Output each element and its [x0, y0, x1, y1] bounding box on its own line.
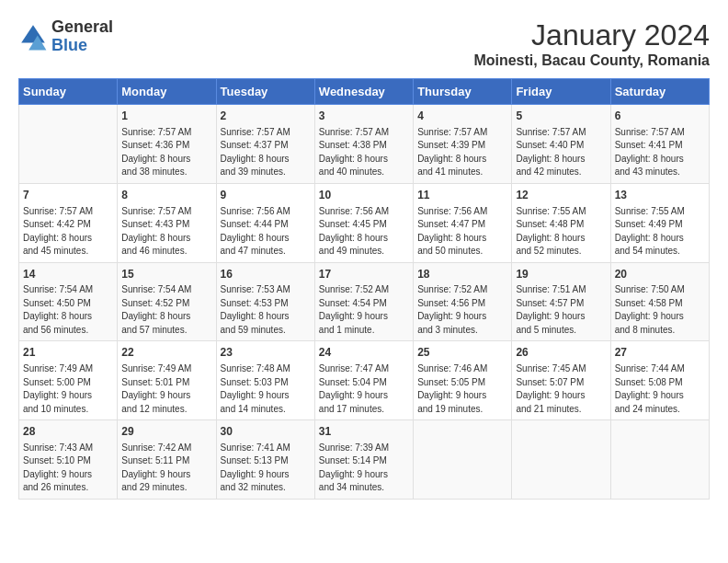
calendar-cell: 11Sunrise: 7:56 AM Sunset: 4:47 PM Dayli…	[414, 183, 512, 262]
calendar-cell: 24Sunrise: 7:47 AM Sunset: 5:04 PM Dayli…	[314, 341, 413, 420]
day-info: Sunrise: 7:51 AM Sunset: 4:57 PM Dayligh…	[516, 283, 606, 337]
day-number: 18	[417, 267, 507, 282]
calendar-cell: 9Sunrise: 7:56 AM Sunset: 4:44 PM Daylig…	[216, 183, 314, 262]
day-info: Sunrise: 7:57 AM Sunset: 4:36 PM Dayligh…	[121, 126, 211, 179]
calendar-cell: 22Sunrise: 7:49 AM Sunset: 5:01 PM Dayli…	[118, 341, 216, 420]
day-number: 20	[615, 267, 705, 282]
day-info: Sunrise: 7:54 AM Sunset: 4:52 PM Dayligh…	[121, 283, 211, 337]
day-info: Sunrise: 7:52 AM Sunset: 4:56 PM Dayligh…	[417, 283, 507, 337]
day-number: 11	[417, 188, 507, 203]
day-number: 25	[417, 345, 507, 361]
header-cell-wednesday: Wednesday	[314, 79, 413, 105]
day-info: Sunrise: 7:56 AM Sunset: 4:45 PM Dayligh…	[319, 205, 409, 259]
calendar-body: 1Sunrise: 7:57 AM Sunset: 4:36 PM Daylig…	[19, 105, 710, 500]
calendar-week-row: 14Sunrise: 7:54 AM Sunset: 4:50 PM Dayli…	[19, 262, 710, 341]
day-number: 24	[319, 345, 409, 361]
calendar-week-row: 1Sunrise: 7:57 AM Sunset: 4:36 PM Daylig…	[19, 105, 710, 184]
calendar-cell: 25Sunrise: 7:46 AM Sunset: 5:05 PM Dayli…	[414, 341, 512, 420]
day-number: 15	[121, 267, 211, 282]
day-info: Sunrise: 7:57 AM Sunset: 4:40 PM Dayligh…	[516, 126, 606, 179]
day-number: 31	[319, 424, 409, 440]
day-info: Sunrise: 7:39 AM Sunset: 5:14 PM Dayligh…	[319, 442, 409, 495]
calendar-cell: 5Sunrise: 7:57 AM Sunset: 4:40 PM Daylig…	[512, 105, 610, 184]
header-cell-thursday: Thursday	[414, 79, 512, 105]
calendar-cell: 13Sunrise: 7:55 AM Sunset: 4:49 PM Dayli…	[610, 183, 709, 262]
day-number: 16	[221, 267, 311, 282]
calendar-cell	[610, 420, 709, 500]
day-number: 27	[615, 345, 705, 361]
calendar-cell: 29Sunrise: 7:42 AM Sunset: 5:11 PM Dayli…	[118, 420, 216, 500]
calendar-cell: 10Sunrise: 7:56 AM Sunset: 4:45 PM Dayli…	[314, 183, 413, 262]
calendar-cell: 15Sunrise: 7:54 AM Sunset: 4:52 PM Dayli…	[118, 262, 216, 341]
day-number: 3	[319, 109, 409, 124]
calendar-cell: 17Sunrise: 7:52 AM Sunset: 4:54 PM Dayli…	[314, 262, 413, 341]
day-info: Sunrise: 7:50 AM Sunset: 4:58 PM Dayligh…	[615, 283, 705, 337]
calendar-cell: 23Sunrise: 7:48 AM Sunset: 5:03 PM Dayli…	[216, 341, 314, 420]
day-info: Sunrise: 7:42 AM Sunset: 5:11 PM Dayligh…	[121, 442, 211, 495]
header-cell-monday: Monday	[118, 79, 216, 105]
day-number: 30	[221, 424, 311, 440]
calendar-cell: 6Sunrise: 7:57 AM Sunset: 4:41 PM Daylig…	[610, 105, 709, 184]
calendar-cell: 26Sunrise: 7:45 AM Sunset: 5:07 PM Dayli…	[512, 341, 610, 420]
header-row: SundayMondayTuesdayWednesdayThursdayFrid…	[19, 79, 710, 105]
logo: General Blue	[18, 18, 113, 55]
day-number: 9	[221, 188, 311, 203]
calendar-cell	[414, 420, 512, 500]
calendar-week-row: 28Sunrise: 7:43 AM Sunset: 5:10 PM Dayli…	[19, 420, 710, 500]
calendar-cell	[19, 105, 118, 184]
day-number: 17	[319, 267, 409, 282]
day-info: Sunrise: 7:41 AM Sunset: 5:13 PM Dayligh…	[221, 442, 311, 495]
day-info: Sunrise: 7:52 AM Sunset: 4:54 PM Dayligh…	[319, 283, 409, 337]
calendar-cell: 16Sunrise: 7:53 AM Sunset: 4:53 PM Dayli…	[216, 262, 314, 341]
day-info: Sunrise: 7:48 AM Sunset: 5:03 PM Dayligh…	[221, 362, 311, 416]
day-number: 1	[121, 109, 211, 124]
logo-icon	[18, 22, 48, 52]
day-number: 2	[221, 109, 311, 124]
calendar-week-row: 21Sunrise: 7:49 AM Sunset: 5:00 PM Dayli…	[19, 341, 710, 420]
calendar-cell: 19Sunrise: 7:51 AM Sunset: 4:57 PM Dayli…	[512, 262, 610, 341]
day-info: Sunrise: 7:53 AM Sunset: 4:53 PM Dayligh…	[221, 283, 311, 337]
day-number: 5	[516, 109, 606, 124]
day-number: 13	[615, 188, 705, 203]
day-number: 8	[121, 188, 211, 203]
svg-marker-0	[21, 25, 45, 42]
day-info: Sunrise: 7:57 AM Sunset: 4:37 PM Dayligh…	[221, 126, 311, 179]
day-info: Sunrise: 7:57 AM Sunset: 4:41 PM Dayligh…	[615, 126, 705, 179]
calendar-cell: 14Sunrise: 7:54 AM Sunset: 4:50 PM Dayli…	[19, 262, 118, 341]
calendar-cell: 7Sunrise: 7:57 AM Sunset: 4:42 PM Daylig…	[19, 183, 118, 262]
calendar-cell: 21Sunrise: 7:49 AM Sunset: 5:00 PM Dayli…	[19, 341, 118, 420]
day-number: 10	[319, 188, 409, 203]
logo-text: General Blue	[51, 18, 113, 55]
day-number: 23	[221, 345, 311, 361]
day-info: Sunrise: 7:49 AM Sunset: 5:01 PM Dayligh…	[121, 362, 211, 416]
day-info: Sunrise: 7:44 AM Sunset: 5:08 PM Dayligh…	[615, 362, 705, 416]
day-number: 29	[121, 424, 211, 440]
title-block: January 2024 Moinesti, Bacau County, Rom…	[473, 18, 710, 69]
page-header: General Blue January 2024 Moinesti, Baca…	[18, 18, 710, 69]
day-info: Sunrise: 7:56 AM Sunset: 4:44 PM Dayligh…	[221, 205, 311, 259]
calendar-header: SundayMondayTuesdayWednesdayThursdayFrid…	[19, 79, 710, 105]
day-info: Sunrise: 7:46 AM Sunset: 5:05 PM Dayligh…	[417, 362, 507, 416]
day-info: Sunrise: 7:57 AM Sunset: 4:42 PM Dayligh…	[23, 205, 113, 259]
header-cell-sunday: Sunday	[19, 79, 118, 105]
header-cell-saturday: Saturday	[610, 79, 709, 105]
subtitle: Moinesti, Bacau County, Romania	[473, 52, 710, 69]
day-number: 6	[615, 109, 705, 124]
header-cell-friday: Friday	[512, 79, 610, 105]
calendar-cell: 4Sunrise: 7:57 AM Sunset: 4:39 PM Daylig…	[414, 105, 512, 184]
day-number: 14	[23, 267, 113, 282]
calendar-cell: 28Sunrise: 7:43 AM Sunset: 5:10 PM Dayli…	[19, 420, 118, 500]
day-number: 12	[516, 188, 606, 203]
calendar-cell: 18Sunrise: 7:52 AM Sunset: 4:56 PM Dayli…	[414, 262, 512, 341]
day-info: Sunrise: 7:55 AM Sunset: 4:48 PM Dayligh…	[516, 205, 606, 259]
calendar-table: SundayMondayTuesdayWednesdayThursdayFrid…	[18, 78, 710, 500]
day-number: 7	[23, 188, 113, 203]
calendar-week-row: 7Sunrise: 7:57 AM Sunset: 4:42 PM Daylig…	[19, 183, 710, 262]
calendar-cell	[512, 420, 610, 500]
day-number: 4	[417, 109, 507, 124]
calendar-cell: 1Sunrise: 7:57 AM Sunset: 4:36 PM Daylig…	[118, 105, 216, 184]
calendar-cell: 3Sunrise: 7:57 AM Sunset: 4:38 PM Daylig…	[314, 105, 413, 184]
day-number: 19	[516, 267, 606, 282]
day-number: 21	[23, 345, 113, 361]
day-info: Sunrise: 7:54 AM Sunset: 4:50 PM Dayligh…	[23, 283, 113, 337]
